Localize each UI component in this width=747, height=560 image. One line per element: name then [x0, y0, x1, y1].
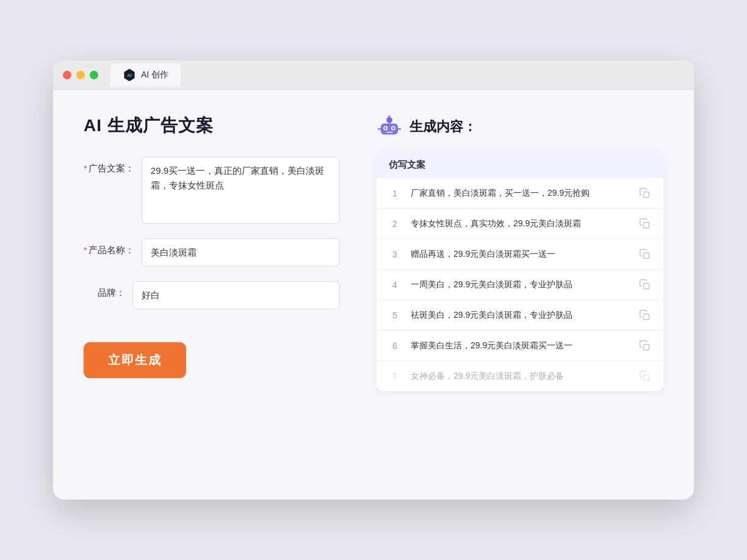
svg-point-6	[384, 127, 387, 129]
page-title: AI 生成广告文案	[84, 114, 340, 137]
table-row: 1 厂家直销，美白淡斑霜，买一送一，29.9元抢购	[377, 178, 663, 209]
row-number: 3	[389, 249, 401, 259]
robot-icon	[377, 114, 402, 140]
titlebar: AI AI 创作	[53, 60, 694, 90]
table-row: 2 专抹女性斑点，真实功效，29.9元美白淡斑霜	[377, 209, 663, 239]
svg-rect-19	[644, 375, 649, 380]
result-header: 生成内容：	[377, 114, 663, 140]
svg-rect-18	[644, 344, 649, 350]
copy-icon[interactable]	[639, 340, 651, 352]
brand-label: 品牌：	[84, 281, 132, 299]
table-row: 6 掌握美白生活，29.9元美白淡斑霜买一送一	[377, 331, 663, 361]
copy-icon[interactable]	[639, 309, 651, 321]
row-text: 掌握美白生活，29.9元美白淡斑霜买一送一	[411, 339, 629, 352]
table-row: 4 一周美白，29.9元美白淡斑霜，专业护肤品	[377, 270, 663, 300]
table-header: 仿写文案	[377, 152, 663, 178]
table-row: 7 女神必备，29.9元美白淡斑霜，护肤必备	[377, 361, 663, 391]
row-number: 2	[389, 219, 401, 229]
row-text: 专抹女性斑点，真实功效，29.9元美白淡斑霜	[411, 217, 629, 230]
result-title: 生成内容：	[410, 118, 477, 136]
right-panel: 生成内容： 仿写文案 1 厂家直销，美白淡斑霜，买一送一，29.9元抢购 2 专…	[377, 114, 663, 391]
copy-icon[interactable]	[639, 218, 651, 230]
left-panel: AI 生成广告文案 *广告文案： 29.9买一送一，真正的厂家直销，美白淡斑霜，…	[84, 114, 340, 391]
result-table: 仿写文案 1 厂家直销，美白淡斑霜，买一送一，29.9元抢购 2 专抹女性斑点，…	[377, 152, 663, 391]
required-star-1: *	[84, 163, 87, 173]
row-text: 厂家直销，美白淡斑霜，买一送一，29.9元抢购	[411, 187, 629, 199]
close-button[interactable]	[63, 71, 71, 79]
row-text: 赠品再送，29.9元美白淡斑霜买一送一	[411, 248, 629, 260]
table-row: 3 赠品再送，29.9元美白淡斑霜买一送一	[377, 239, 663, 270]
browser-window: AI AI 创作 AI 生成广告文案 *广告文案： 29.9买一送一，真正的厂家…	[53, 60, 694, 500]
svg-point-10	[388, 115, 391, 118]
svg-rect-17	[644, 314, 649, 319]
maximize-button[interactable]	[90, 71, 98, 79]
tab-label: AI 创作	[141, 70, 168, 81]
row-number: 1	[389, 188, 401, 198]
copy-icon[interactable]	[639, 248, 651, 260]
table-row: 5 祛斑美白，29.9元美白淡斑霜，专业护肤品	[377, 300, 663, 331]
required-star-2: *	[84, 245, 87, 255]
brand-input[interactable]	[132, 281, 340, 309]
svg-point-7	[392, 127, 395, 129]
copy-icon[interactable]	[639, 370, 651, 382]
ai-tab-icon: AI	[123, 68, 136, 82]
row-number: 4	[389, 280, 401, 290]
row-number: 6	[389, 341, 401, 351]
svg-rect-15	[644, 253, 649, 258]
copy-icon[interactable]	[639, 279, 651, 291]
product-name-input[interactable]	[142, 239, 340, 267]
row-number: 7	[389, 372, 401, 381]
traffic-lights	[63, 71, 98, 79]
copy-icon[interactable]	[639, 187, 651, 199]
brand-group: 品牌：	[84, 281, 340, 309]
product-name-group: *产品名称：	[84, 239, 340, 267]
minimize-button[interactable]	[76, 71, 85, 79]
row-text: 祛斑美白，29.9元美白淡斑霜，专业护肤品	[411, 309, 629, 321]
main-content: AI 生成广告文案 *广告文案： 29.9买一送一，真正的厂家直销，美白淡斑霜，…	[53, 90, 694, 415]
ad-copy-label: *广告文案：	[84, 157, 142, 174]
row-text: 一周美白，29.9元美白淡斑霜，专业护肤品	[411, 278, 629, 291]
row-text: 女神必备，29.9元美白淡斑霜，护肤必备	[411, 370, 629, 382]
svg-rect-16	[644, 283, 649, 289]
ad-copy-group: *广告文案： 29.9买一送一，真正的厂家直销，美白淡斑霜，专抹女性斑点	[84, 157, 340, 224]
ad-copy-input[interactable]: 29.9买一送一，真正的厂家直销，美白淡斑霜，专抹女性斑点	[142, 157, 340, 224]
row-number: 5	[389, 311, 401, 320]
svg-rect-8	[386, 132, 392, 133]
svg-rect-3	[381, 123, 398, 134]
svg-rect-13	[644, 192, 649, 197]
generate-button[interactable]: 立即生成	[84, 342, 186, 378]
ai-tab[interactable]: AI AI 创作	[110, 63, 181, 87]
svg-rect-14	[644, 222, 649, 228]
product-name-label: *产品名称：	[84, 239, 142, 256]
svg-text:AI: AI	[127, 73, 132, 78]
